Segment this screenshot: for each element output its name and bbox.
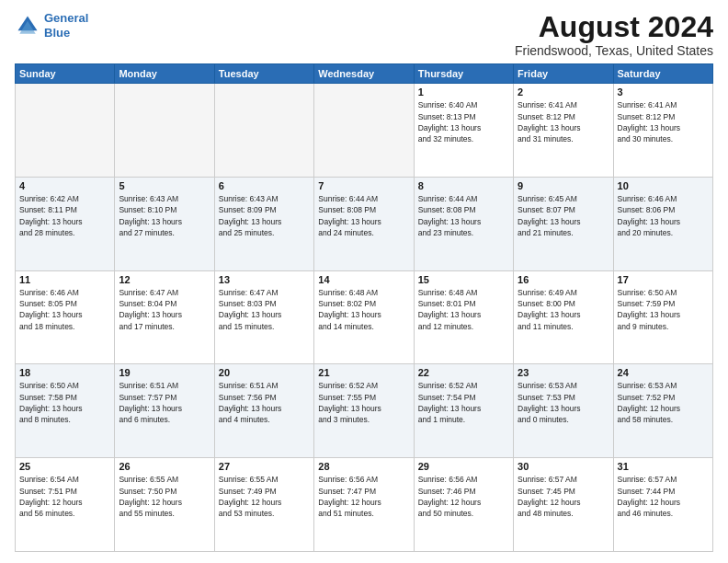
table-row: 2Sunrise: 6:41 AM Sunset: 8:12 PM Daylig… <box>514 84 613 178</box>
day-number: 8 <box>418 180 509 191</box>
day-number: 24 <box>618 367 709 378</box>
logo: General Blue <box>15 11 88 40</box>
logo-line2: Blue <box>44 26 70 40</box>
day-number: 28 <box>318 461 409 472</box>
table-row: 4Sunrise: 6:42 AM Sunset: 8:11 PM Daylig… <box>16 177 115 270</box>
table-row: 13Sunrise: 6:47 AM Sunset: 8:03 PM Dayli… <box>214 270 313 364</box>
day-number: 11 <box>19 274 110 285</box>
table-row: 20Sunrise: 6:51 AM Sunset: 7:56 PM Dayli… <box>214 364 313 458</box>
logo-icon <box>15 13 40 39</box>
col-friday: Friday <box>514 64 613 84</box>
table-row: 31Sunrise: 6:57 AM Sunset: 7:44 PM Dayli… <box>613 458 712 552</box>
day-number: 15 <box>418 274 509 285</box>
calendar-body: 1Sunrise: 6:40 AM Sunset: 8:13 PM Daylig… <box>16 84 713 552</box>
day-info: Sunrise: 6:57 AM Sunset: 7:44 PM Dayligh… <box>618 474 709 519</box>
day-number: 19 <box>119 367 210 378</box>
day-info: Sunrise: 6:57 AM Sunset: 7:45 PM Dayligh… <box>518 474 609 519</box>
day-info: Sunrise: 6:48 AM Sunset: 8:02 PM Dayligh… <box>318 287 409 332</box>
table-row <box>16 84 115 178</box>
calendar-header-row: Sunday Monday Tuesday Wednesday Thursday… <box>16 64 713 84</box>
day-info: Sunrise: 6:56 AM Sunset: 7:47 PM Dayligh… <box>318 474 409 519</box>
day-number: 10 <box>618 180 709 191</box>
day-info: Sunrise: 6:52 AM Sunset: 7:55 PM Dayligh… <box>318 380 409 425</box>
day-number: 5 <box>119 180 210 191</box>
col-sunday: Sunday <box>16 64 115 84</box>
day-number: 23 <box>518 367 609 378</box>
day-info: Sunrise: 6:41 AM Sunset: 8:12 PM Dayligh… <box>518 99 609 144</box>
day-info: Sunrise: 6:42 AM Sunset: 8:11 PM Dayligh… <box>19 193 110 238</box>
day-number: 17 <box>618 274 709 285</box>
day-number: 7 <box>318 180 409 191</box>
table-row: 23Sunrise: 6:53 AM Sunset: 7:53 PM Dayli… <box>514 364 613 458</box>
table-row: 7Sunrise: 6:44 AM Sunset: 8:08 PM Daylig… <box>314 177 414 270</box>
day-number: 18 <box>19 367 110 378</box>
table-row: 3Sunrise: 6:41 AM Sunset: 8:12 PM Daylig… <box>613 84 712 178</box>
day-info: Sunrise: 6:55 AM Sunset: 7:49 PM Dayligh… <box>219 474 310 519</box>
col-thursday: Thursday <box>414 64 513 84</box>
table-row: 11Sunrise: 6:46 AM Sunset: 8:05 PM Dayli… <box>16 270 115 364</box>
table-row: 18Sunrise: 6:50 AM Sunset: 7:58 PM Dayli… <box>16 364 115 458</box>
day-number: 9 <box>518 180 609 191</box>
day-number: 12 <box>119 274 210 285</box>
calendar-week-row: 1Sunrise: 6:40 AM Sunset: 8:13 PM Daylig… <box>16 84 713 178</box>
day-number: 22 <box>418 367 509 378</box>
page: General Blue August 2024 Friendswood, Te… <box>0 0 728 563</box>
day-info: Sunrise: 6:51 AM Sunset: 7:56 PM Dayligh… <box>219 380 310 425</box>
table-row: 28Sunrise: 6:56 AM Sunset: 7:47 PM Dayli… <box>314 458 414 552</box>
day-info: Sunrise: 6:51 AM Sunset: 7:57 PM Dayligh… <box>119 380 210 425</box>
day-number: 14 <box>318 274 409 285</box>
day-info: Sunrise: 6:53 AM Sunset: 7:53 PM Dayligh… <box>518 380 609 425</box>
day-info: Sunrise: 6:53 AM Sunset: 7:52 PM Dayligh… <box>618 380 709 425</box>
table-row: 15Sunrise: 6:48 AM Sunset: 8:01 PM Dayli… <box>414 270 513 364</box>
header: General Blue August 2024 Friendswood, Te… <box>15 11 713 58</box>
day-number: 20 <box>219 367 310 378</box>
table-row: 24Sunrise: 6:53 AM Sunset: 7:52 PM Dayli… <box>613 364 712 458</box>
day-info: Sunrise: 6:48 AM Sunset: 8:01 PM Dayligh… <box>418 287 509 332</box>
day-info: Sunrise: 6:54 AM Sunset: 7:51 PM Dayligh… <box>19 474 110 519</box>
table-row: 21Sunrise: 6:52 AM Sunset: 7:55 PM Dayli… <box>314 364 414 458</box>
table-row: 17Sunrise: 6:50 AM Sunset: 7:59 PM Dayli… <box>613 270 712 364</box>
day-info: Sunrise: 6:56 AM Sunset: 7:46 PM Dayligh… <box>418 474 509 519</box>
table-row: 29Sunrise: 6:56 AM Sunset: 7:46 PM Dayli… <box>414 458 513 552</box>
table-row: 27Sunrise: 6:55 AM Sunset: 7:49 PM Dayli… <box>214 458 313 552</box>
table-row: 1Sunrise: 6:40 AM Sunset: 8:13 PM Daylig… <box>414 84 513 178</box>
logo-text: General Blue <box>44 11 88 40</box>
day-number: 21 <box>318 367 409 378</box>
day-number: 6 <box>219 180 310 191</box>
subtitle: Friendswood, Texas, United States <box>515 43 713 58</box>
day-info: Sunrise: 6:40 AM Sunset: 8:13 PM Dayligh… <box>418 99 509 144</box>
day-number: 3 <box>618 86 709 98</box>
table-row: 19Sunrise: 6:51 AM Sunset: 7:57 PM Dayli… <box>115 364 214 458</box>
table-row: 16Sunrise: 6:49 AM Sunset: 8:00 PM Dayli… <box>514 270 613 364</box>
table-row: 14Sunrise: 6:48 AM Sunset: 8:02 PM Dayli… <box>314 270 414 364</box>
logo-line1: General <box>44 11 88 25</box>
day-number: 29 <box>418 461 509 472</box>
col-wednesday: Wednesday <box>314 64 414 84</box>
day-info: Sunrise: 6:47 AM Sunset: 8:03 PM Dayligh… <box>219 287 310 332</box>
day-info: Sunrise: 6:44 AM Sunset: 8:08 PM Dayligh… <box>418 193 509 238</box>
day-info: Sunrise: 6:46 AM Sunset: 8:06 PM Dayligh… <box>618 193 709 238</box>
day-number: 27 <box>219 461 310 472</box>
day-info: Sunrise: 6:55 AM Sunset: 7:50 PM Dayligh… <box>119 474 210 519</box>
day-number: 4 <box>19 180 110 191</box>
day-number: 31 <box>618 461 709 472</box>
day-info: Sunrise: 6:50 AM Sunset: 7:59 PM Dayligh… <box>618 287 709 332</box>
table-row: 9Sunrise: 6:45 AM Sunset: 8:07 PM Daylig… <box>514 177 613 270</box>
table-row: 8Sunrise: 6:44 AM Sunset: 8:08 PM Daylig… <box>414 177 513 270</box>
col-monday: Monday <box>115 64 214 84</box>
calendar-week-row: 11Sunrise: 6:46 AM Sunset: 8:05 PM Dayli… <box>16 270 713 364</box>
day-info: Sunrise: 6:44 AM Sunset: 8:08 PM Dayligh… <box>318 193 409 238</box>
day-info: Sunrise: 6:45 AM Sunset: 8:07 PM Dayligh… <box>518 193 609 238</box>
calendar-week-row: 18Sunrise: 6:50 AM Sunset: 7:58 PM Dayli… <box>16 364 713 458</box>
calendar-week-row: 25Sunrise: 6:54 AM Sunset: 7:51 PM Dayli… <box>16 458 713 552</box>
day-number: 26 <box>119 461 210 472</box>
table-row: 5Sunrise: 6:43 AM Sunset: 8:10 PM Daylig… <box>115 177 214 270</box>
calendar-table: Sunday Monday Tuesday Wednesday Thursday… <box>15 63 713 552</box>
day-info: Sunrise: 6:49 AM Sunset: 8:00 PM Dayligh… <box>518 287 609 332</box>
table-row: 30Sunrise: 6:57 AM Sunset: 7:45 PM Dayli… <box>514 458 613 552</box>
day-info: Sunrise: 6:52 AM Sunset: 7:54 PM Dayligh… <box>418 380 509 425</box>
day-number: 16 <box>518 274 609 285</box>
day-info: Sunrise: 6:47 AM Sunset: 8:04 PM Dayligh… <box>119 287 210 332</box>
table-row: 6Sunrise: 6:43 AM Sunset: 8:09 PM Daylig… <box>214 177 313 270</box>
col-tuesday: Tuesday <box>214 64 313 84</box>
